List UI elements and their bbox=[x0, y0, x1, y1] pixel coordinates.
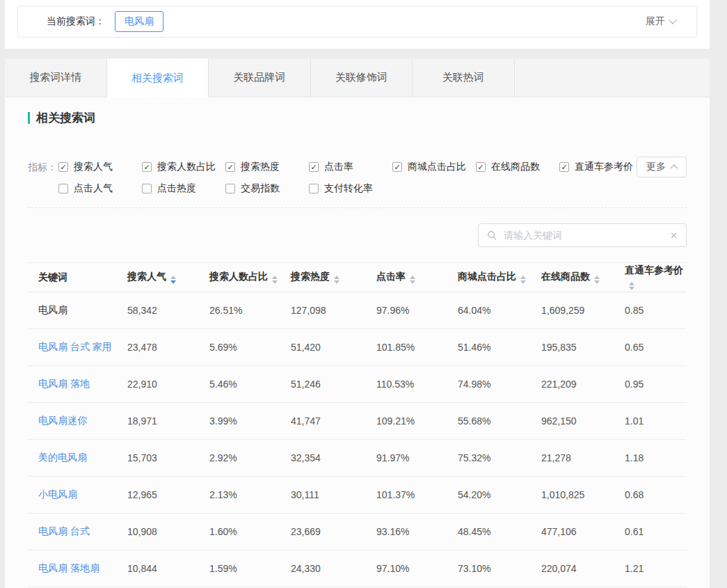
more-button[interactable]: 更多 bbox=[637, 157, 687, 177]
table-header-row: 关键词搜索人气搜索人数占比搜索热度点击率商城点击占比在线商品数直通车参考价 bbox=[28, 263, 687, 292]
value-cell: 0.95 bbox=[624, 366, 687, 403]
checkbox-checked-icon bbox=[392, 162, 402, 172]
checkbox-checked-icon bbox=[142, 162, 152, 172]
keyword-link[interactable]: 电风扇 落地扇 bbox=[38, 562, 99, 573]
value-cell: 12,965 bbox=[127, 477, 209, 514]
checkbox-checked-icon bbox=[58, 162, 68, 172]
band-gap bbox=[5, 49, 710, 58]
filter-checkbox-6[interactable]: 直通车参考价 bbox=[559, 161, 643, 173]
column-header-7[interactable]: 直通车参考价 bbox=[624, 263, 687, 292]
value-cell: 10,908 bbox=[127, 514, 209, 550]
filter-checkbox-10[interactable]: 支付转化率 bbox=[309, 182, 392, 195]
checkbox-unchecked-icon bbox=[142, 184, 152, 193]
filter-checkbox-1[interactable]: 搜索人数占比 bbox=[142, 161, 225, 173]
keyword-link[interactable]: 美的电风扇 bbox=[38, 452, 87, 463]
sort-icon[interactable] bbox=[520, 276, 526, 284]
sort-icon[interactable] bbox=[170, 276, 176, 284]
value-cell: 1.21 bbox=[624, 550, 687, 587]
column-header-1[interactable]: 搜索人气 bbox=[127, 263, 209, 292]
filter-checkbox-7[interactable]: 点击人气 bbox=[58, 182, 142, 195]
keyword-cell: 电风扇 落地扇 bbox=[28, 550, 127, 587]
tab-2[interactable]: 关联品牌词 bbox=[209, 58, 311, 97]
value-cell: 30,111 bbox=[290, 477, 376, 514]
table-row: 小电风扇12,9652.13%30,111101.37%54.20%1,010,… bbox=[28, 477, 687, 514]
metric-filter-grid: 搜索人气搜索人数占比搜索热度点击率商城点击占比在线商品数直通车参考价点击人气点击… bbox=[58, 161, 643, 195]
checkbox-unchecked-icon bbox=[58, 184, 68, 193]
filter-checkbox-0[interactable]: 搜索人气 bbox=[58, 161, 142, 173]
value-cell: 2.13% bbox=[209, 477, 290, 514]
value-cell: 55.68% bbox=[457, 403, 541, 440]
page-container: 当前搜索词： 电风扇 展开 搜索词详情相关搜索词关联品牌词关联修饰词关联热词 相… bbox=[5, 0, 710, 588]
expand-toggle[interactable]: 展开 bbox=[646, 15, 676, 28]
column-header-2[interactable]: 搜索人数占比 bbox=[209, 263, 290, 292]
keyword-link[interactable]: 电风扇 台式 家用 bbox=[38, 341, 112, 352]
value-cell: 0.61 bbox=[624, 514, 687, 550]
filter-label: 点击人气 bbox=[74, 182, 113, 195]
filter-checkbox-4[interactable]: 商城点击占比 bbox=[392, 161, 476, 173]
keyword-cell: 电风扇 bbox=[28, 292, 127, 329]
value-cell: 0.65 bbox=[624, 329, 687, 366]
checkbox-unchecked-icon bbox=[225, 184, 235, 193]
value-cell: 51,246 bbox=[290, 366, 376, 403]
tab-1[interactable]: 相关搜索词 bbox=[107, 58, 209, 97]
value-cell: 91.97% bbox=[376, 440, 457, 477]
section-title-text: 相关搜索词 bbox=[36, 110, 95, 126]
sort-icon[interactable] bbox=[272, 276, 278, 284]
keyword-link[interactable]: 电风扇迷你 bbox=[38, 415, 87, 426]
filter-label: 交易指数 bbox=[241, 182, 280, 195]
value-cell: 1.01 bbox=[624, 403, 687, 440]
tab-0[interactable]: 搜索词详情 bbox=[5, 58, 107, 97]
keyword-text: 电风扇 bbox=[38, 304, 67, 315]
column-header-3[interactable]: 搜索热度 bbox=[290, 263, 376, 292]
sort-icon[interactable] bbox=[594, 276, 600, 284]
keyword-link[interactable]: 小电风扇 bbox=[38, 488, 77, 500]
value-cell: 51,420 bbox=[290, 329, 376, 366]
value-cell: 5.69% bbox=[209, 329, 290, 366]
column-header-label: 搜索人数占比 bbox=[209, 271, 268, 282]
value-cell: 74.98% bbox=[457, 366, 541, 403]
value-cell: 101.37% bbox=[376, 477, 457, 514]
sort-icon[interactable] bbox=[410, 276, 415, 284]
current-term-tag[interactable]: 电风扇 bbox=[115, 11, 163, 32]
main-card: 搜索词详情相关搜索词关联品牌词关联修饰词关联热词 相关搜索词 指标： 搜索人气搜… bbox=[5, 58, 710, 588]
tab-3[interactable]: 关联修饰词 bbox=[311, 58, 413, 97]
sort-icon[interactable] bbox=[334, 276, 339, 284]
related-words-table: 关键词搜索人气搜索人数占比搜索热度点击率商城点击占比在线商品数直通车参考价 电风… bbox=[28, 262, 687, 587]
filter-label: 支付转化率 bbox=[324, 182, 373, 195]
table-row: 电风扇 台式10,9081.60%23,66993.16%48.45%477,1… bbox=[28, 514, 687, 550]
keyword-search-box[interactable]: ✕ bbox=[478, 223, 687, 247]
value-cell: 220,074 bbox=[541, 550, 624, 587]
value-cell: 23,478 bbox=[127, 329, 209, 366]
table-body: 电风扇58,34226.51%127,09897.96%64.04%1,609,… bbox=[28, 292, 687, 587]
column-header-label: 点击率 bbox=[376, 271, 406, 282]
filter-checkbox-2[interactable]: 搜索热度 bbox=[225, 161, 309, 173]
value-cell: 1,010,825 bbox=[541, 477, 624, 514]
value-cell: 127,098 bbox=[290, 292, 376, 329]
value-cell: 195,835 bbox=[541, 329, 624, 366]
checkbox-checked-icon bbox=[476, 162, 486, 172]
checkbox-unchecked-icon bbox=[309, 184, 319, 193]
filter-checkbox-5[interactable]: 在线商品数 bbox=[476, 161, 559, 173]
value-cell: 26.51% bbox=[209, 292, 290, 329]
value-cell: 962,150 bbox=[541, 403, 624, 440]
value-cell: 24,330 bbox=[290, 550, 376, 587]
column-header-5[interactable]: 商城点击占比 bbox=[457, 263, 541, 292]
keyword-link[interactable]: 电风扇 落地 bbox=[38, 378, 90, 389]
filter-checkbox-8[interactable]: 点击热度 bbox=[142, 182, 225, 195]
value-cell: 0.68 bbox=[624, 477, 687, 514]
filter-checkbox-9[interactable]: 交易指数 bbox=[225, 182, 309, 195]
table-row: 电风扇58,34226.51%127,09897.96%64.04%1,609,… bbox=[28, 292, 687, 329]
value-cell: 101.85% bbox=[376, 329, 457, 366]
column-header-label: 在线商品数 bbox=[541, 271, 590, 282]
metric-filters-label: 指标： bbox=[28, 161, 58, 195]
column-header-4[interactable]: 点击率 bbox=[376, 263, 457, 292]
checkbox-checked-icon bbox=[309, 162, 319, 172]
filter-checkbox-3[interactable]: 点击率 bbox=[309, 161, 392, 173]
keyword-cell: 电风扇迷你 bbox=[28, 403, 127, 440]
keyword-search-input[interactable] bbox=[502, 229, 664, 241]
clear-search-icon[interactable]: ✕ bbox=[670, 231, 678, 240]
keyword-link[interactable]: 电风扇 台式 bbox=[38, 525, 90, 537]
column-header-6[interactable]: 在线商品数 bbox=[541, 263, 624, 292]
sort-icon[interactable] bbox=[629, 282, 634, 290]
tab-4[interactable]: 关联热词 bbox=[413, 58, 515, 97]
